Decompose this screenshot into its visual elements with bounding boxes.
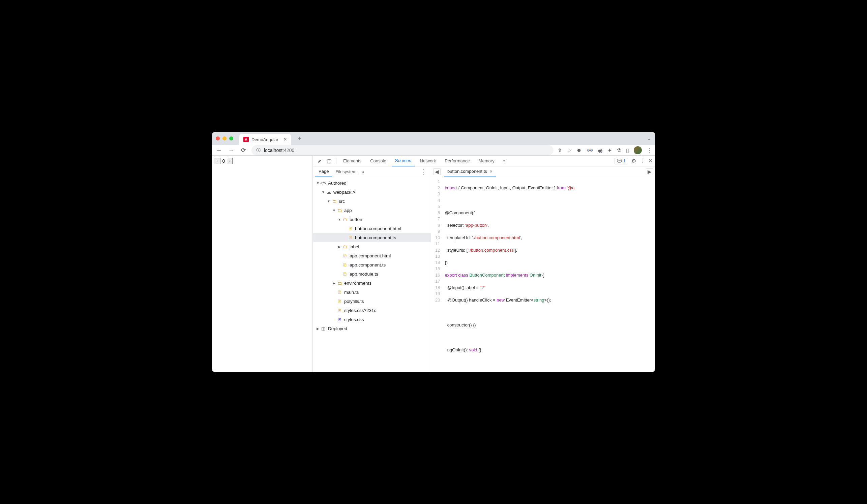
new-tab-button[interactable]: + [298, 135, 301, 142]
panel-performance[interactable]: Performance [441, 156, 473, 166]
settings-icon[interactable]: ⚙ [631, 158, 636, 164]
sidebar-tabs: Page Filesystem » ⋮ [313, 166, 431, 177]
code-editor: ◀ button.component.ts × ▶ 12345678910111… [431, 166, 655, 372]
tree-button-html[interactable]: 🖹button.component.html [313, 224, 431, 233]
share-icon[interactable]: ⇪ [558, 147, 562, 154]
panel-console[interactable]: Console [367, 156, 390, 166]
tree-polyfills-ts[interactable]: 🖹polyfills.ts [313, 297, 431, 306]
tree-styles-css[interactable]: 🖹styles.css [313, 315, 431, 324]
traffic-lights [216, 136, 233, 141]
close-editor-tab-icon[interactable]: × [490, 169, 492, 174]
device-toolbar-icon[interactable]: ▢ [325, 158, 333, 164]
page-viewport: + 0 - [212, 156, 313, 372]
sources-sidebar: Page Filesystem » ⋮ ▼</>Authored ▼☁webpa… [313, 166, 431, 372]
tree-app-html[interactable]: 🖹app.component.html [313, 251, 431, 260]
devtools-body: Page Filesystem » ⋮ ▼</>Authored ▼☁webpa… [313, 166, 655, 372]
increment-button[interactable]: + [214, 158, 221, 164]
inspect-element-icon[interactable]: ⬈ [316, 158, 323, 164]
code-lines: import { Component, OnInit, Input, Outpu… [442, 177, 575, 372]
chrome-menu-icon[interactable]: ⋮ [646, 147, 652, 154]
tab-title: DemoAngular [251, 137, 278, 142]
toolbar-icons: ⇪ ☆ ☻ 👓 ◉ ✦ ⚗ ▯ ⋮ [558, 146, 652, 154]
sidebar-menu-icon[interactable]: ⋮ [419, 168, 429, 176]
sidebar-tab-page[interactable]: Page [315, 166, 332, 177]
browser-tab[interactable]: A DemoAngular × [239, 134, 291, 145]
close-window-button[interactable] [216, 136, 220, 141]
url-bar: ← → ⟳ ⓘ localhost:4200 ⇪ ☆ ☻ 👓 ◉ ✦ ⚗ ▯ ⋮ [212, 145, 655, 156]
maximize-window-button[interactable] [229, 136, 233, 141]
tree-src[interactable]: ▼🗀src [313, 197, 431, 206]
tree-label-folder[interactable]: ▶🗀label [313, 242, 431, 251]
code-area[interactable]: 1234567891011121314151617181920 import {… [431, 177, 655, 372]
close-devtools-icon[interactable]: ✕ [648, 158, 653, 164]
labs-icon[interactable]: ⚗ [617, 147, 621, 154]
extension-icon-2[interactable]: 👓 [587, 147, 593, 154]
back-button[interactable]: ← [215, 147, 223, 154]
content-area: + 0 - ⬈ ▢ Elements Console Sources Netwo… [212, 156, 655, 372]
minimize-window-button[interactable] [223, 136, 226, 141]
tree-webpack[interactable]: ▼☁webpack:// [313, 188, 431, 197]
counter-widget: + 0 - [214, 158, 310, 164]
titlebar: A DemoAngular × + ⌄ [212, 132, 655, 145]
counter-value: 0 [222, 158, 226, 164]
url-port: :4200 [282, 147, 294, 153]
panel-more-icon[interactable]: » [500, 156, 509, 166]
toggle-navigator-icon[interactable]: ◀ [433, 168, 441, 175]
panel-network[interactable]: Network [417, 156, 440, 166]
toggle-debugger-icon[interactable]: ▶ [646, 168, 653, 175]
url-host: localhost [264, 147, 282, 153]
tree-main-ts[interactable]: 🖹main.ts [313, 288, 431, 297]
sidebar-tab-filesystem[interactable]: Filesystem [332, 166, 360, 177]
tree-deployed[interactable]: ▶◫Deployed [313, 324, 431, 333]
editor-tabs: ◀ button.component.ts × ▶ [431, 166, 655, 177]
browser-window: A DemoAngular × + ⌄ ← → ⟳ ⓘ localhost:42… [212, 132, 655, 372]
tree-button-ts[interactable]: 🖹button.component.ts [313, 233, 431, 242]
tree-app-module[interactable]: 🖹app.module.ts [313, 270, 431, 278]
editor-tab-button-ts[interactable]: button.component.ts × [444, 166, 496, 177]
panel-memory[interactable]: Memory [475, 156, 498, 166]
tree-authored[interactable]: ▼</>Authored [313, 178, 431, 188]
decrement-button[interactable]: - [227, 158, 232, 164]
panel-sources[interactable]: Sources [392, 156, 415, 166]
extension-icon-1[interactable]: ☻ [576, 147, 582, 153]
tree-button-folder[interactable]: ▼🗀button [313, 215, 431, 224]
devtools-menu-icon[interactable]: ⋮ [640, 158, 645, 164]
angular-favicon: A [243, 137, 249, 142]
extension-icon-3[interactable]: ◉ [598, 147, 603, 154]
file-tree: ▼</>Authored ▼☁webpack:// ▼🗀src ▼🗀app ▼🗀… [313, 177, 431, 372]
panel-elements[interactable]: Elements [340, 156, 365, 166]
site-info-icon[interactable]: ⓘ [256, 147, 260, 153]
devtools-header: ⬈ ▢ Elements Console Sources Network Per… [313, 156, 655, 166]
tree-app-ts[interactable]: 🖹app.component.ts [313, 260, 431, 270]
sidebar-tabs-more-icon[interactable]: » [361, 169, 364, 175]
omnibox[interactable]: ⓘ localhost:4200 [251, 145, 554, 155]
tabs-chevron-icon[interactable]: ⌄ [647, 136, 651, 141]
profile-avatar[interactable] [634, 146, 642, 154]
bookmark-icon[interactable]: ☆ [567, 147, 571, 154]
line-gutter: 1234567891011121314151617181920 [431, 177, 442, 372]
close-tab-icon[interactable]: × [284, 136, 287, 143]
issues-badge[interactable]: 💬 1 [614, 158, 628, 164]
reload-button[interactable]: ⟳ [239, 146, 247, 154]
extensions-icon[interactable]: ✦ [608, 147, 612, 154]
tree-styles-q[interactable]: 🖹styles.css?231c [313, 306, 431, 315]
side-panel-icon[interactable]: ▯ [626, 147, 629, 154]
tree-app[interactable]: ▼🗀app [313, 206, 431, 215]
tree-environments[interactable]: ▶🗀environments [313, 278, 431, 288]
forward-button[interactable]: → [227, 147, 235, 154]
devtools-panel: ⬈ ▢ Elements Console Sources Network Per… [313, 156, 655, 372]
